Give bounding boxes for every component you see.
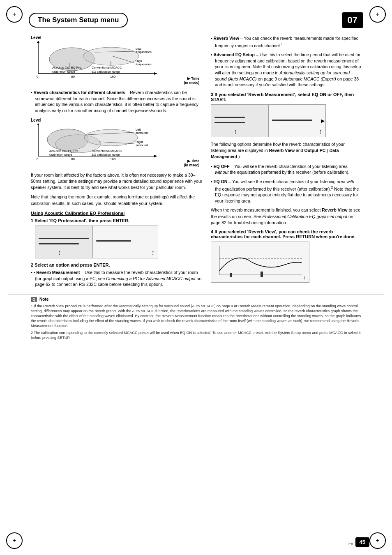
footnote-ref2: 2 bbox=[331, 185, 333, 189]
note-label: Note bbox=[39, 297, 48, 302]
right-bullet1: • Reverb View – You can check the reverb… bbox=[211, 35, 361, 48]
eq-on-body: – You will see the reverb characteristic… bbox=[228, 179, 346, 184]
body-text2: Note that changing the room (for example… bbox=[31, 194, 203, 206]
bullet-reverb-channels-title: Reverb characteristics for different cha… bbox=[34, 90, 125, 95]
step4-arrow: ↕ bbox=[303, 275, 306, 281]
step3-arrow-left: ↕ bbox=[234, 128, 237, 135]
eq-on-cont: the equalization performed by this recei… bbox=[215, 186, 331, 191]
svg-text:surround: surround bbox=[136, 143, 148, 147]
page: The System Setup menu 07 Level bbox=[0, 0, 392, 555]
svg-text:Acoustic Cal. EQ Pro.: Acoustic Cal. EQ Pro. bbox=[49, 149, 79, 153]
svg-text:calibration range: calibration range bbox=[49, 153, 72, 157]
corner-decoration-tr bbox=[369, 6, 386, 23]
bullet-reverb-channels: Reverb characteristics for different cha… bbox=[31, 90, 203, 114]
step3-arrow: ▶ bbox=[321, 118, 325, 124]
svg-marker-2 bbox=[154, 72, 157, 75]
svg-text:EQ calibration range: EQ calibration range bbox=[92, 70, 120, 74]
svg-text:80: 80 bbox=[71, 157, 75, 161]
step1-screen: ↕ ↕ bbox=[35, 226, 158, 258]
step2-heading: 2 Select an option and press ENTER. bbox=[31, 263, 203, 267]
right-body-and: and bbox=[296, 148, 304, 153]
svg-text:160: 160 bbox=[110, 75, 116, 78]
content-area: Level bbox=[8, 35, 384, 290]
svg-text:surround: surround bbox=[136, 131, 148, 135]
step3-bar3 bbox=[272, 120, 312, 121]
right-body-text2: When the reverb measurement is finished,… bbox=[211, 207, 361, 226]
graph2: Level bbox=[31, 118, 203, 167]
step4-svg bbox=[211, 242, 310, 283]
page-number: 45 bbox=[355, 537, 369, 547]
bullet-reverb-channels-text: Reverb characteristics for different cha… bbox=[31, 90, 203, 114]
eq-off-cont: the equalization performed by this recei… bbox=[230, 170, 349, 175]
step2-bullet1-italic: Connecting a PC for Advanced MCACC outpu… bbox=[106, 276, 195, 281]
svg-text:160: 160 bbox=[110, 157, 116, 161]
graph2-svg: Acoustic Cal. EQ Pro. calibration range … bbox=[31, 123, 162, 162]
right-body-paren: ( bbox=[327, 148, 328, 153]
eq-on-italic: with bbox=[347, 179, 355, 184]
svg-text:Conventional MCACC: Conventional MCACC bbox=[92, 149, 122, 153]
step3-screen: ▶ ↕ ↕ bbox=[211, 104, 326, 137]
graph1-y-label: Level bbox=[31, 35, 203, 40]
graph2-time-label: ▶ Time(in msec) bbox=[184, 159, 199, 167]
right-body-bold1: Reverb View bbox=[269, 148, 295, 153]
svg-text:EQ calibration range: EQ calibration range bbox=[92, 153, 120, 157]
footnote-section: Q Note 1 If the Reverb View procedure is… bbox=[8, 294, 384, 340]
right-column: • Reverb View – You can check the reverb… bbox=[211, 35, 361, 290]
right-bullet1-title: Reverb View bbox=[214, 36, 239, 41]
svg-rect-44 bbox=[230, 273, 232, 277]
svg-text:Conventional MCACC: Conventional MCACC bbox=[92, 66, 122, 69]
screen1-bar3 bbox=[96, 240, 131, 242]
eq-off-body: – You will see the reverb characteristic… bbox=[231, 164, 348, 169]
en-label: En bbox=[348, 542, 353, 546]
step3-screen-left bbox=[211, 105, 269, 137]
step2-bullet1: • Reverb Measurement – Use this to measu… bbox=[31, 269, 203, 288]
svg-text:0: 0 bbox=[37, 157, 39, 161]
step1-heading: 1 Select 'EQ Professional', then press E… bbox=[31, 218, 203, 223]
right-body2-italic: Professional Calibration EQ graphical ou… bbox=[262, 214, 347, 219]
svg-text:frequencies: frequencies bbox=[136, 62, 152, 66]
graph1: Level bbox=[31, 35, 203, 85]
chapter-number: 07 bbox=[342, 12, 363, 28]
eq-on-bullet: • EQ ON – You will see the reverb charac… bbox=[211, 179, 361, 204]
section-heading-acoustic: Using Acoustic Calibration EQ Profession… bbox=[31, 211, 203, 216]
step3-bar2 bbox=[214, 122, 245, 123]
right-bullet2: • Advanced EQ Setup – Use this to select… bbox=[211, 52, 361, 88]
svg-rect-45 bbox=[261, 272, 263, 277]
screen1-bar1 bbox=[39, 238, 89, 239]
eq-off-title: EQ OFF bbox=[214, 164, 230, 169]
right-bullet2-mid: on page 9 or bbox=[257, 76, 284, 81]
note-box: Q Note bbox=[31, 297, 361, 302]
graph1-time-label: ▶ Time(in msec) bbox=[184, 76, 199, 85]
step3-bar1 bbox=[214, 117, 245, 118]
screen1-left bbox=[35, 226, 93, 258]
page-title: The System Setup menu bbox=[29, 13, 128, 28]
footnote1-text: 1 If the Reverb View procedure is perfor… bbox=[31, 304, 361, 329]
screen1-bar2 bbox=[39, 243, 79, 244]
right-body2-bold: Reverb View bbox=[322, 207, 347, 212]
corner-decoration-br bbox=[369, 532, 386, 549]
right-bullet2-title: Advanced EQ Setup bbox=[214, 52, 255, 57]
screen1-arrow-right: ↕ bbox=[151, 249, 154, 256]
svg-marker-3 bbox=[37, 41, 39, 43]
svg-marker-23 bbox=[154, 155, 157, 157]
step2-bullet1-title: Reverb Measurement bbox=[36, 270, 80, 275]
right-body-paren2: ): bbox=[238, 154, 241, 159]
right-body2-span: When the reverb measurement is finished,… bbox=[211, 207, 322, 212]
step3-arrow-right: ↕ bbox=[319, 128, 322, 135]
step3-heading: 3 If you selected 'Reverb Measurement', … bbox=[211, 92, 361, 102]
eq-on-title: EQ ON bbox=[214, 179, 228, 184]
step4-screen: ↕ bbox=[211, 242, 309, 283]
left-column: Level bbox=[31, 35, 203, 290]
svg-text:frequencies: frequencies bbox=[136, 50, 152, 54]
graph2-y-label: Level bbox=[31, 118, 203, 122]
page-header: The System Setup menu 07 bbox=[8, 12, 384, 28]
right-body-bold2: Output PC bbox=[304, 148, 325, 153]
corner-decoration-bl bbox=[6, 532, 23, 549]
step4-heading: 4 If you selected 'Reverb View', you can… bbox=[211, 229, 361, 239]
eq-off-italic: without bbox=[215, 170, 228, 175]
screen1-arrow-left: ↕ bbox=[58, 249, 61, 256]
graph1-svg: Acoustic Cal. EQ Pro. calibration range … bbox=[31, 41, 162, 80]
eq-off-bullet: • EQ OFF – You will see the reverb chara… bbox=[211, 164, 361, 175]
footnote1-span: 1 If the Reverb View procedure is perfor… bbox=[31, 304, 361, 328]
svg-text:80: 80 bbox=[71, 75, 75, 78]
